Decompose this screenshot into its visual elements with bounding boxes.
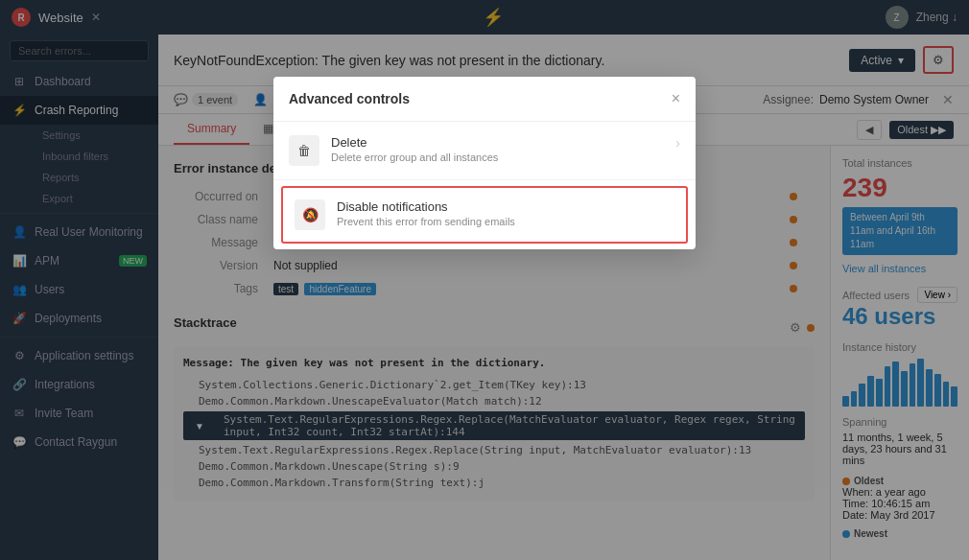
disable-notifications-title: Disable notifications xyxy=(337,199,674,214)
modal-close-button[interactable]: × xyxy=(672,90,680,107)
bell-off-icon: 🔕 xyxy=(302,207,319,222)
modal-divider xyxy=(273,179,696,180)
modal-header: Advanced controls × xyxy=(273,77,696,122)
app-container: R Website ✕ ⚡ Z Zheng ↓ ⊞ Dashboard ⚡ Cr… xyxy=(0,0,969,560)
modal-item-delete[interactable]: 🗑 Delete Delete error group and all inst… xyxy=(273,122,696,179)
modal-overlay[interactable]: Advanced controls × 🗑 Delete Delete erro… xyxy=(0,0,969,560)
advanced-controls-modal: Advanced controls × 🗑 Delete Delete erro… xyxy=(273,77,696,249)
modal-title: Advanced controls xyxy=(289,91,410,106)
delete-text: Delete Delete error group and all instan… xyxy=(331,135,664,163)
modal-item-highlight-wrapper: 🔕 Disable notifications Prevent this err… xyxy=(281,186,688,244)
delete-desc: Delete error group and all instances xyxy=(331,152,664,163)
delete-arrow: › xyxy=(675,135,680,151)
disable-notifications-text: Disable notifications Prevent this error… xyxy=(337,199,674,227)
trash-icon: 🗑 xyxy=(297,143,311,158)
bell-off-icon-container: 🔕 xyxy=(295,199,325,230)
delete-icon-container: 🗑 xyxy=(289,135,319,166)
disable-notifications-desc: Prevent this error from sending emails xyxy=(337,216,674,227)
modal-item-disable-notifications[interactable]: 🔕 Disable notifications Prevent this err… xyxy=(283,188,686,242)
delete-title: Delete xyxy=(331,135,664,150)
